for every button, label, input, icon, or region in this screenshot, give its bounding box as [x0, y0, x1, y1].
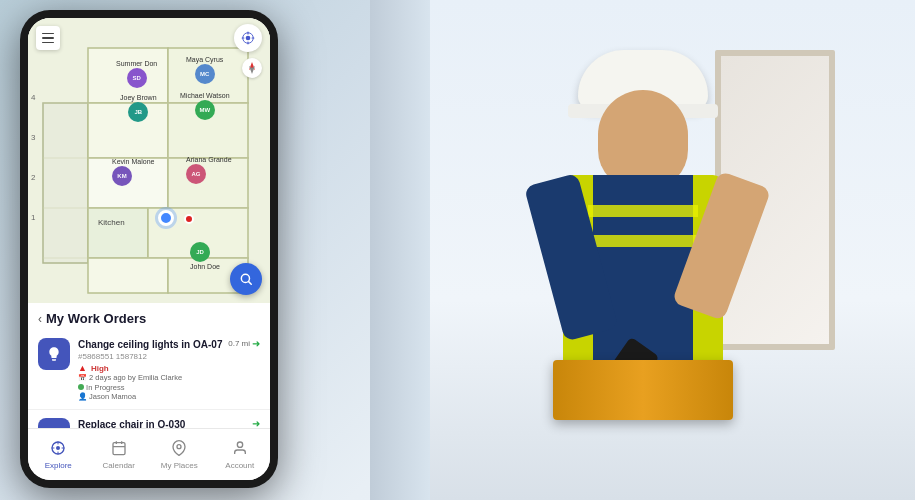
- back-button[interactable]: ‹: [38, 312, 42, 326]
- nav-calendar[interactable]: Calendar: [89, 436, 150, 474]
- location-button[interactable]: [234, 24, 262, 52]
- map-user-kevin-malone[interactable]: Kevin Malone KM: [112, 158, 154, 186]
- location-pulse: [158, 210, 174, 226]
- work-order-item-1[interactable]: Change ceiling lights in OA-07 0.7 mi ➜ …: [28, 330, 270, 410]
- calendar-nav-icon: [111, 440, 127, 459]
- wo1-date: 📅 2 days ago by Emilia Clarke: [78, 373, 260, 382]
- avatar-maya-cyrus: MC: [195, 64, 215, 84]
- wo1-icon: [38, 338, 70, 370]
- map-label-kevin-malone: Kevin Malone: [112, 158, 154, 165]
- svg-point-16: [246, 36, 251, 41]
- compass-icon: [244, 60, 260, 76]
- avatar-michael-watson: MW: [195, 100, 215, 120]
- calendar-label: Calendar: [103, 461, 135, 470]
- map-user-michael-watson[interactable]: Michael Watson MW: [180, 92, 230, 120]
- explore-label: Explore: [45, 461, 72, 470]
- wo1-distance-value: 0.7 mi: [228, 339, 250, 348]
- svg-point-27: [177, 444, 181, 448]
- map-label-summer-don: Summer Don: [116, 60, 157, 67]
- floor-4: 4: [31, 78, 35, 116]
- avatar-joey-brown: JB: [128, 102, 148, 122]
- wood-block: [553, 360, 733, 420]
- floor-numbers: 4 3 2 1: [31, 78, 35, 236]
- wall-left: [370, 0, 430, 500]
- wo1-distance: 0.7 mi ➜: [228, 338, 260, 349]
- svg-rect-3: [43, 103, 88, 263]
- wo1-meta: ▲ High: [78, 363, 260, 373]
- wo1-ticket: #5868551 1587812: [78, 352, 260, 361]
- priority-triangle-icon: ▲: [78, 363, 87, 373]
- avatar-ariana-grande: AG: [186, 164, 206, 184]
- map-header: [28, 24, 270, 52]
- work-orders-header: ‹ My Work Orders: [28, 303, 270, 330]
- calendar-icon: 📅: [78, 374, 87, 381]
- location-icon: [241, 31, 255, 45]
- nav-my-places[interactable]: My Places: [149, 436, 210, 474]
- explore-icon: [50, 440, 66, 459]
- map-label-maya-cyrus: Maya Cyrus: [186, 56, 223, 63]
- current-location-dot: [158, 210, 174, 226]
- map-user-john-doe[interactable]: JD John Doe: [190, 242, 220, 270]
- map-user-ariana-grande[interactable]: Ariana Grande AG: [186, 156, 232, 184]
- avatar-john-doe: JD: [190, 242, 210, 262]
- explore-svg-icon: [50, 440, 66, 456]
- worker-area: [370, 0, 915, 500]
- avatar-kevin-malone: KM: [112, 166, 132, 186]
- status-dot-icon: [78, 384, 84, 390]
- places-icon: [171, 440, 187, 459]
- account-svg-icon: [232, 440, 248, 456]
- menu-line-2: [42, 37, 54, 39]
- places-label: My Places: [161, 461, 198, 470]
- vest-stripe-top: [588, 205, 698, 217]
- account-icon: [232, 440, 248, 459]
- wo1-navigate-icon[interactable]: ➜: [252, 338, 260, 349]
- wo1-info: Change ceiling lights in OA-07 0.7 mi ➜ …: [78, 338, 260, 401]
- phone-device: 4 3 2 1: [20, 10, 278, 488]
- svg-point-22: [56, 446, 60, 450]
- map-label-joey-brown: Joey Brown: [120, 94, 157, 101]
- bottom-navigation: Explore Calendar: [28, 428, 270, 480]
- map-search-button[interactable]: [230, 263, 262, 295]
- account-label: Account: [225, 461, 254, 470]
- phone-screen: 4 3 2 1: [28, 18, 270, 480]
- floor-1: 1: [31, 198, 35, 236]
- wo1-name: Change ceiling lights in OA-07: [78, 338, 222, 351]
- wo1-assignee-value: Jason Mamoa: [89, 392, 136, 401]
- nav-explore[interactable]: Explore: [28, 436, 89, 474]
- map-label-john-doe: John Doe: [190, 263, 220, 270]
- north-indicator: [242, 58, 262, 78]
- floor-2: 2: [31, 158, 35, 196]
- map-label-ariana-grande: Ariana Grande: [186, 156, 232, 163]
- map-user-joey-brown[interactable]: Joey Brown JB: [120, 94, 157, 122]
- avatar-summer-don: SD: [127, 68, 147, 88]
- map-user-maya-cyrus[interactable]: Maya Cyrus MC: [186, 56, 223, 84]
- calendar-svg-icon: [111, 440, 127, 456]
- map-area: 4 3 2 1: [28, 18, 270, 303]
- search-icon: [239, 272, 253, 286]
- work-orders-title: My Work Orders: [46, 311, 146, 326]
- map-label-michael-watson: Michael Watson: [180, 92, 230, 99]
- floor-3: 3: [31, 118, 35, 156]
- menu-line-3: [42, 42, 54, 44]
- menu-line-1: [42, 33, 54, 35]
- svg-point-28: [237, 442, 242, 447]
- svg-rect-10: [88, 258, 168, 293]
- incident-marker[interactable]: [184, 214, 194, 224]
- svg-rect-23: [113, 442, 125, 454]
- wo1-status: In Progress: [78, 383, 260, 392]
- map-user-summer-don[interactable]: Summer Don SD: [116, 60, 157, 88]
- lightbulb-icon: [46, 346, 62, 362]
- wo1-top-row: Change ceiling lights in OA-07 0.7 mi ➜: [78, 338, 260, 351]
- wo1-status-value: In Progress: [86, 383, 124, 392]
- wo1-assignee: 👤 Jason Mamoa: [78, 392, 260, 401]
- vest-stripe-bottom: [588, 235, 698, 247]
- person-icon: 👤: [78, 392, 87, 401]
- svg-rect-8: [88, 208, 148, 258]
- places-svg-icon: [171, 440, 187, 456]
- wo1-priority: High: [91, 364, 109, 373]
- nav-account[interactable]: Account: [210, 436, 271, 474]
- kitchen-label: Kitchen: [98, 218, 125, 227]
- menu-button[interactable]: [36, 26, 60, 50]
- worker-figure: [493, 20, 793, 500]
- wo1-date-value: 2 days ago by Emilia Clarke: [89, 373, 182, 382]
